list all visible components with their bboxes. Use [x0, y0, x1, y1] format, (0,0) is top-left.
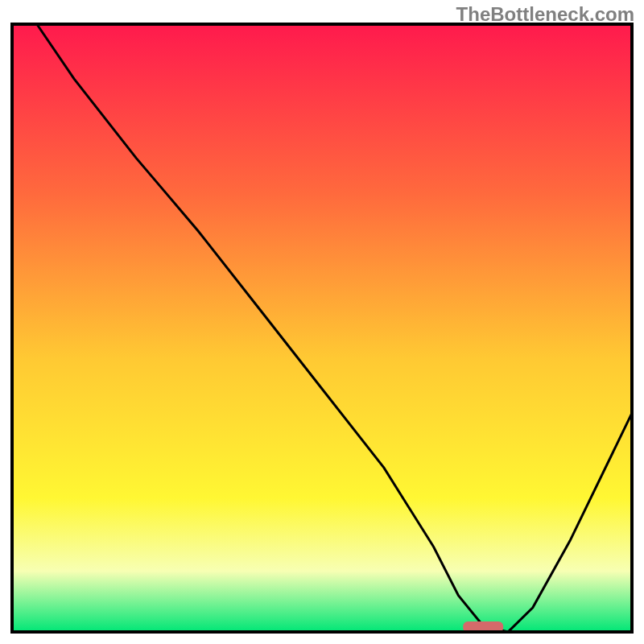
watermark-text: TheBottleneck.com	[456, 3, 634, 26]
gradient-background	[12, 24, 632, 632]
bottleneck-chart: TheBottleneck.com	[0, 0, 644, 644]
chart-svg	[0, 0, 644, 644]
